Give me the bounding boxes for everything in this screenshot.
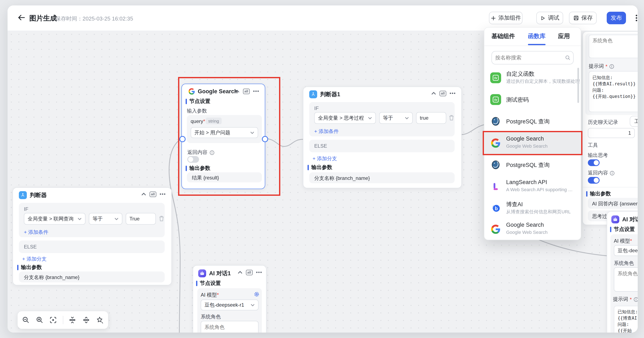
list-item-custom-function[interactable]: fx 自定义函数 通过执行自定义脚本，实现数据处理	[484, 67, 581, 89]
list-item-google-search-2[interactable]: Google Search Google Web Search	[484, 219, 581, 240]
collapse-vertical-button[interactable]	[68, 316, 77, 325]
operator-select[interactable]: 等于	[379, 112, 413, 124]
chevron-down-icon	[368, 117, 372, 119]
zoom-out-button[interactable]	[22, 316, 30, 325]
component-dropdown: 基础组件 函数库 应用 fx 自定义函数 通过执行自定义脚本，实现数据处理 fx…	[484, 27, 581, 240]
trash-icon[interactable]	[449, 115, 454, 121]
magic-star-button[interactable]	[96, 316, 104, 325]
prompt-line: {{博查AI.result}}	[592, 81, 637, 87]
system-role-textarea[interactable]	[201, 321, 258, 333]
zoom-in-button[interactable]	[36, 316, 44, 325]
output-thinking-toggle[interactable]	[588, 159, 600, 166]
all-badge-icon[interactable]: all	[243, 89, 250, 94]
system-role-textarea[interactable]	[614, 267, 638, 292]
ellipsis-icon[interactable]	[160, 193, 166, 195]
answer-value: AI 回答内容 {answer}	[592, 200, 638, 207]
section-node-settings: 节点设置	[610, 226, 635, 233]
else-label: ELSE	[314, 143, 327, 149]
ai-model-select[interactable]: 豆包-deep	[614, 245, 638, 256]
all-badge-icon[interactable]: all	[149, 191, 156, 197]
more-menu-button[interactable]	[633, 14, 638, 22]
judge-icon	[309, 90, 317, 98]
ellipsis-icon[interactable]	[253, 91, 259, 92]
return-content-toggle[interactable]	[187, 156, 199, 163]
condition-left-select[interactable]: 全局变量 > 思考过程	[314, 112, 376, 124]
all-badge-icon[interactable]: all	[246, 270, 253, 275]
fx-icon: fx	[490, 72, 501, 83]
section-node-settings: 节点设置	[186, 98, 210, 105]
edge-judge1-right	[460, 124, 486, 135]
plus-icon	[490, 15, 496, 21]
node-google-search-header: Google Search	[188, 88, 238, 95]
if-label: IF	[24, 206, 28, 212]
add-component-button[interactable]: 添加组件	[489, 12, 522, 24]
node-judge[interactable]: 判断器 all IF 全局变量 > 联网查询 等于 + 添加条件 ELSE +	[12, 187, 172, 285]
condition-value-input[interactable]	[416, 112, 446, 124]
if-label: IF	[314, 105, 319, 111]
list-item-google-search-selected[interactable]: Google Search Google Web Search	[484, 132, 581, 154]
list-item-postgresql-2[interactable]: PostgreSQL 查询	[484, 154, 581, 176]
port-google-left[interactable]	[179, 136, 186, 142]
collapse-icon[interactable]	[234, 89, 240, 94]
else-label: ELSE	[24, 244, 37, 250]
all-badge-icon[interactable]: all	[439, 91, 446, 96]
publish-button[interactable]: 发布	[607, 12, 626, 24]
active-tab-underline	[528, 44, 546, 45]
add-condition-link[interactable]: + 添加条件	[314, 128, 339, 135]
scrollbar-thumb[interactable]	[578, 68, 579, 103]
expand-vertical-button[interactable]	[82, 316, 90, 325]
add-condition-link[interactable]: + 添加条件	[24, 229, 48, 236]
node-ai-chat2[interactable]: AI 对话2 节点设置 AI 模型* 豆包-deep 系统角色 提示词* 已知信…	[607, 211, 638, 333]
list-item-bocha-ai[interactable]: b 博查AI 从博查搜索任何信息和网页URL	[484, 197, 581, 219]
trash-icon[interactable]	[159, 215, 164, 222]
gear-icon[interactable]	[254, 292, 259, 297]
svg-text:b: b	[495, 206, 498, 211]
list-item-langsearch[interactable]: LangSearch API A Web Search API supporti…	[484, 176, 581, 197]
section-output-params: 输出参数	[186, 165, 210, 172]
node-judge1-header: 判断器1	[309, 90, 340, 98]
add-branch-link[interactable]: + 添加分支	[22, 256, 47, 263]
history-count-input[interactable]	[588, 128, 635, 138]
node-ai-chat1[interactable]: AI 对话1 all 节点设置 AI 模型* 豆包-deepseek-r1 系统…	[193, 265, 266, 333]
prompt-box[interactable]: 已知信息: {{博查AI.result}} 问题: {{开始.question}…	[589, 71, 638, 112]
ai-model-select[interactable]: 豆包-deepseek-r1	[201, 300, 258, 310]
collapse-icon[interactable]	[431, 91, 436, 96]
prompt-line: {{博查AI	[618, 315, 638, 321]
node-side-ai[interactable]: 提示词* 已知信息: {{博查AI.result}} 问题: {{开始.ques…	[582, 31, 638, 225]
back-button[interactable]	[17, 13, 26, 22]
section-output-params: 输出参数	[586, 190, 611, 197]
operator-select[interactable]: 等于	[89, 213, 122, 225]
tab-function-library[interactable]: 函数库	[528, 33, 546, 40]
prompt-line: {{开始	[618, 328, 638, 333]
node-judge1[interactable]: 判断器1 all IF 全局变量 > 思考过程 等于 + 添加条件 ELSE	[303, 87, 462, 188]
ellipsis-icon[interactable]	[450, 93, 456, 94]
node-google-search[interactable]: Google Search all 节点设置 输入参数 query* strin…	[182, 84, 265, 189]
condition-left-select[interactable]: 全局变量 > 联网查询	[24, 213, 86, 225]
chevron-down-icon	[250, 131, 254, 134]
tab-basic-components[interactable]: 基础组件	[492, 33, 515, 40]
history-label: 历史聊天记录	[588, 119, 618, 126]
query-value-select[interactable]: 开始 > 用户问题	[191, 127, 258, 138]
fit-view-button[interactable]	[49, 316, 57, 325]
list-item-postgresql[interactable]: PostgreSQL 查询	[484, 110, 581, 132]
tool-button[interactable]: 工	[630, 116, 638, 127]
ai-model-label: AI 模型*	[201, 292, 219, 299]
branch-name-value: 分支名称 {branch_name}	[24, 274, 80, 281]
search-input[interactable]	[492, 51, 574, 64]
ellipsis-icon[interactable]	[256, 272, 262, 273]
return-content-toggle[interactable]	[588, 177, 600, 184]
prompt-line: 已知信息:	[592, 74, 637, 81]
save-button[interactable]: 保存	[569, 12, 597, 24]
port-google-right[interactable]	[262, 136, 268, 142]
tab-apps[interactable]: 应用	[558, 33, 570, 40]
langsearch-icon	[490, 181, 501, 192]
query-label: query*	[191, 118, 205, 124]
collapse-icon[interactable]	[141, 192, 146, 196]
condition-value-input[interactable]	[126, 213, 156, 225]
collapse-icon[interactable]	[237, 270, 242, 275]
system-role-textarea[interactable]	[589, 35, 638, 58]
list-item-test-password[interactable]: fx 测试密码	[484, 89, 581, 110]
prompt-box[interactable]: 已知信息: {{博查AI 问题: {{开始	[614, 306, 638, 333]
debug-button[interactable]: 调试	[536, 12, 563, 24]
add-branch-link[interactable]: + 添加分支	[312, 155, 337, 162]
